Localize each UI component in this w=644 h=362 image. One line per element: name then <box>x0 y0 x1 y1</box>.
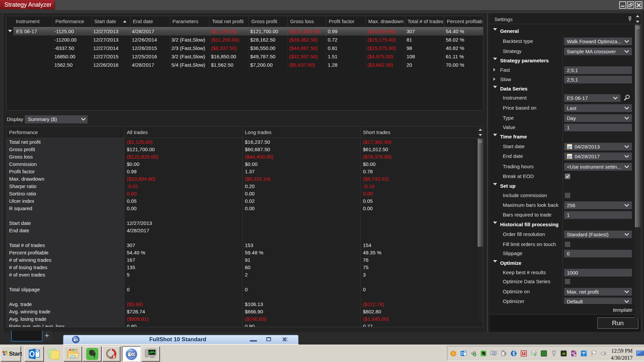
svg-text:N: N <box>572 352 575 355</box>
svg-text:8: 8 <box>113 354 115 360</box>
